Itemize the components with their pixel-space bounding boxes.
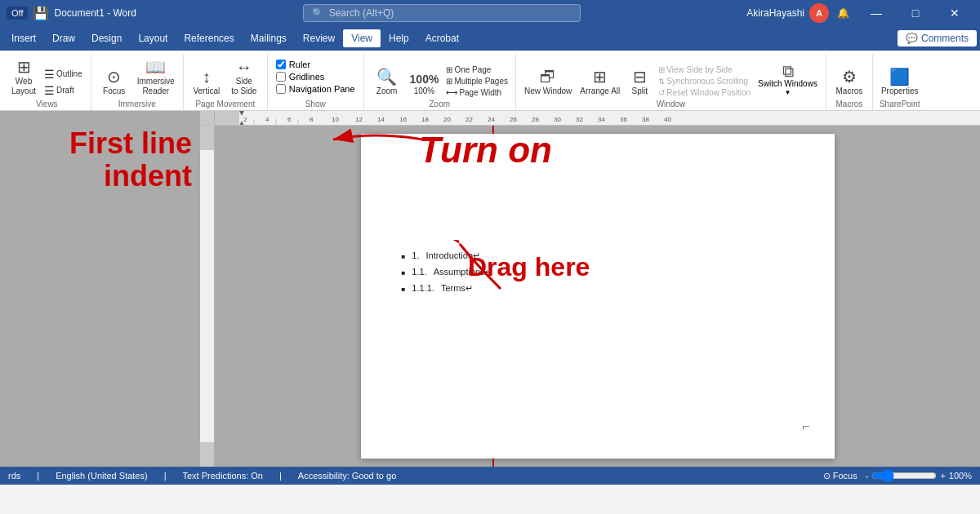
ruler-marks-svg: 2 4 6 8 10 12 14 16 18 20 22 24 26 28 30…: [215, 111, 980, 125]
status-bar: rds | English (United States) | Text Pre…: [0, 467, 980, 485]
svg-text:12: 12: [355, 116, 363, 123]
svg-text:24: 24: [488, 116, 495, 123]
menu-draw[interactable]: Draw: [44, 29, 83, 47]
one-page-button[interactable]: ⊞ One Page: [443, 64, 510, 75]
close-button[interactable]: ✕: [936, 0, 973, 26]
content-area: 0 ■ 1. Introduction↵ ■ 1.1. Assump: [200, 126, 980, 467]
window-group-label: Window: [657, 100, 686, 110]
menu-review[interactable]: Review: [295, 29, 343, 47]
nav-pane-checkbox[interactable]: Navigation Pane: [274, 83, 357, 95]
views-group-label: Views: [36, 100, 58, 110]
zoom-out-button[interactable]: -: [866, 471, 869, 481]
ribbon-show-items: Ruler Gridlines Navigation Pane: [273, 55, 359, 98]
svg-text:32: 32: [576, 116, 583, 123]
title-bar-left: Off 💾 Document1 - Word: [7, 6, 136, 21]
view-side-by-side-icon: ⊞: [658, 65, 665, 74]
web-layout-icon: ⊞: [17, 59, 31, 75]
nav-pane-label: Navigation Pane: [289, 84, 355, 94]
menu-insert[interactable]: Insert: [3, 29, 44, 47]
menu-mailings[interactable]: Mailings: [243, 29, 295, 47]
left-annotation: First lineindent: [0, 111, 200, 467]
document-page[interactable]: ■ 1. Introduction↵ ■ 1.1. Assumptions↵ ■…: [361, 134, 835, 459]
document-content: ■ 1. Introduction↵ ■ 1.1. Assumptions↵ ■…: [402, 166, 794, 296]
zoom-button[interactable]: 🔍 Zoom: [369, 67, 405, 98]
properties-icon: 🟦: [889, 69, 910, 85]
web-layout-button[interactable]: ⊞ WebLayout: [8, 57, 39, 98]
split-button[interactable]: ⊟ Split: [625, 67, 654, 98]
switch-windows-button[interactable]: ⧉ Switch Windows ▼: [755, 61, 821, 98]
properties-button[interactable]: 🟦 Properties: [878, 67, 922, 98]
zoom-100-label: 100%: [414, 86, 435, 96]
ruler-and-content: 2 4 6 8 10 12 14 16 18 20 22 24 26 28 30…: [200, 111, 980, 467]
outline-button[interactable]: ☰ Outline: [41, 67, 86, 82]
svg-text:20: 20: [443, 116, 451, 123]
side-to-side-icon: ↔: [236, 59, 252, 75]
reset-window-button[interactable]: ↺ Reset Window Position: [656, 87, 753, 98]
arrange-all-button[interactable]: ⊞ Arrange All: [577, 67, 623, 98]
autosave-badge[interactable]: Off: [7, 7, 28, 20]
menu-design[interactable]: Design: [83, 29, 130, 47]
maximize-button[interactable]: □: [897, 0, 934, 26]
doc-text-1: Introduction↵: [426, 248, 480, 264]
ruler-checkbox[interactable]: Ruler: [274, 59, 357, 70]
svg-text:14: 14: [377, 116, 385, 123]
bell-icon[interactable]: 🔔: [837, 7, 849, 19]
page-width-button[interactable]: ⟷ Page Width: [443, 87, 510, 98]
gridlines-checkbox[interactable]: Gridlines: [274, 71, 357, 82]
split-icon: ⊟: [633, 69, 647, 85]
multiple-pages-button[interactable]: ⊞ Multiple Pages: [443, 76, 510, 86]
menu-view[interactable]: View: [343, 29, 381, 47]
minimize-button[interactable]: —: [858, 0, 895, 26]
zoom-100-button[interactable]: 100% 100%: [407, 72, 443, 98]
ruler-checkbox-input[interactable]: [276, 60, 286, 69]
doc-line-2: ■ 1.1. Assumptions↵: [402, 264, 794, 281]
menu-acrobat[interactable]: Acrobat: [417, 29, 467, 47]
ribbon-page-movement-items: ↕ Vertical ↔ Sideto Side: [189, 55, 262, 98]
title-bar-right: AkiraHayashi A 🔔 — □ ✕: [746, 0, 973, 26]
ribbon-group-macros: ⚙ Macros Macros: [826, 54, 873, 110]
ribbon-group-show: Ruler Gridlines Navigation Pane Show: [268, 54, 364, 110]
zoom-range-input[interactable]: [871, 469, 937, 482]
menu-references[interactable]: References: [176, 29, 242, 47]
side-to-side-label: Sideto Side: [231, 77, 256, 96]
comments-button[interactable]: 💬 Comments: [898, 30, 977, 47]
side-to-side-button[interactable]: ↔ Sideto Side: [226, 57, 262, 98]
page-indicator: rds: [8, 471, 20, 481]
status-separator-3: |: [279, 471, 282, 481]
menu-help[interactable]: Help: [381, 29, 417, 47]
ribbon-zoom-items: 🔍 Zoom 100% 100% ⊞ One Page ⊞ Multiple P…: [369, 55, 510, 98]
menu-layout[interactable]: Layout: [130, 29, 176, 47]
nav-pane-checkbox-input[interactable]: [276, 84, 286, 94]
draft-button[interactable]: ☰ Draft: [41, 83, 86, 98]
gridlines-checkbox-input[interactable]: [276, 72, 286, 82]
focus-button[interactable]: ⊙ Focus: [96, 67, 132, 98]
ruler-corner: [200, 111, 215, 125]
save-icon[interactable]: 💾: [33, 6, 49, 21]
search-box[interactable]: 🔍 Search (Alt+Q): [303, 4, 581, 22]
ribbon-views-items: ⊞ WebLayout ☰ Outline ☰ Draft: [8, 55, 86, 98]
user-name: AkiraHayashi: [746, 7, 804, 19]
ribbon-group-zoom: 🔍 Zoom 100% 100% ⊞ One Page ⊞ Multiple P…: [364, 54, 516, 110]
web-layout-label: WebLayout: [11, 77, 36, 96]
vertical-button[interactable]: ↕ Vertical: [189, 67, 225, 98]
avatar[interactable]: A: [809, 3, 829, 23]
svg-text:34: 34: [598, 116, 605, 123]
focus-status[interactable]: ⊙ Focus: [823, 471, 858, 481]
sync-scrolling-button[interactable]: ⇅ Synchronous Scrolling: [656, 76, 753, 86]
macros-button[interactable]: ⚙ Macros: [831, 67, 867, 98]
switch-windows-icon: ⧉: [782, 63, 794, 79]
doc-number-2: 1.1.: [412, 264, 426, 281]
zoom-in-button[interactable]: +: [940, 471, 945, 481]
immersive-reader-button[interactable]: 📖 ImmersiveReader: [134, 57, 178, 98]
ribbon-immersive-items: ⊙ Focus 📖 ImmersiveReader: [96, 55, 178, 98]
view-side-by-side-label: View Side by Side: [666, 65, 732, 74]
zoom-slider[interactable]: - + 100%: [866, 469, 972, 482]
focus-label: Focus: [103, 86, 125, 96]
new-window-button[interactable]: 🗗 New Window: [521, 67, 575, 98]
view-side-by-side-button[interactable]: ⊞ View Side by Side: [656, 64, 753, 75]
one-page-icon: ⊞: [446, 65, 452, 74]
show-group-label: Show: [305, 100, 326, 110]
svg-text:38: 38: [642, 116, 649, 123]
status-right: ⊙ Focus - + 100%: [823, 469, 972, 482]
document-container[interactable]: 0 ■ 1. Introduction↵ ■ 1.1. Assump: [215, 126, 980, 467]
